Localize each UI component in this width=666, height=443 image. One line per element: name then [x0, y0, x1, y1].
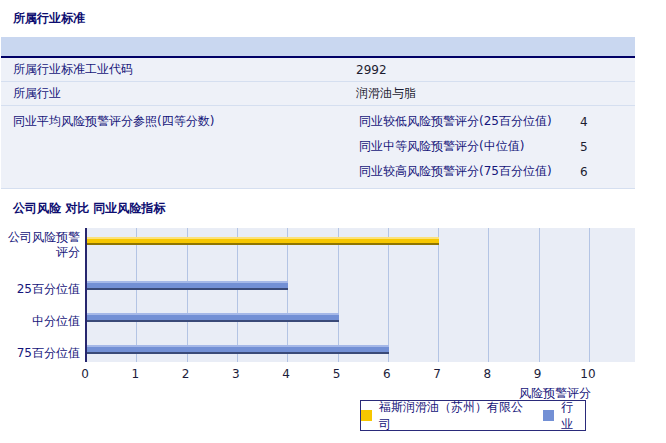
x-tick: 4	[266, 367, 306, 381]
x-tick: 3	[216, 367, 256, 381]
x-tick: 7	[417, 367, 457, 381]
company-swatch-icon	[361, 410, 372, 421]
x-tick: 5	[317, 367, 357, 381]
gridline	[539, 228, 540, 362]
category-label: 中分位值	[0, 314, 80, 329]
gridline	[136, 228, 137, 362]
x-tick: 0	[65, 367, 105, 381]
row-value: 润滑油与脂	[356, 85, 416, 102]
gridline	[589, 228, 590, 362]
legend-label: 福斯润滑油（苏州）有限公司	[379, 399, 534, 433]
subrow-label: 同业较高风险预警评分(75百分位值)	[356, 163, 580, 180]
chart-legend: 福斯润滑油（苏州）有限公司行业	[360, 400, 586, 431]
comparison-chart-title: 公司风险 对比 同业风险指标	[13, 200, 165, 217]
gridline	[287, 228, 288, 362]
table-row: 所属行业标准工业代码 2992	[1, 58, 635, 82]
bar-company-score	[87, 237, 439, 245]
bar-industry-75百分位值	[87, 345, 389, 354]
peer-score-subrows: 同业较低风险预警评分(25百分位值) 4 同业中等风险预警评分(中位值) 5 同…	[356, 106, 635, 188]
bar-industry-中分位值	[87, 313, 339, 322]
industry-swatch-icon	[543, 410, 554, 421]
x-tick: 1	[115, 367, 155, 381]
x-tick: 9	[518, 367, 558, 381]
gridline	[187, 228, 188, 362]
category-label: 75百分位值	[0, 346, 80, 361]
subrow-medium-risk: 同业中等风险预警评分(中位值) 5	[356, 134, 635, 159]
gridline	[388, 228, 389, 362]
industry-standard-section-title: 所属行业标准	[13, 10, 85, 27]
subrow-value: 5	[580, 140, 635, 154]
x-tick: 10	[568, 367, 608, 381]
bar-chart-plot-area	[85, 228, 635, 362]
table-row: 所属行业 润滑油与脂	[1, 82, 635, 106]
subrow-value: 6	[580, 165, 635, 179]
risk-report-page: 所属行业标准 所属行业标准工业代码 2992 所属行业 润滑油与脂 同业平均风险…	[0, 0, 666, 443]
row-label: 所属行业	[1, 85, 356, 102]
x-tick: 8	[467, 367, 507, 381]
gridline	[237, 228, 238, 362]
legend-label: 行业	[561, 399, 585, 433]
subrow-high-risk: 同业较高风险预警评分(75百分位值) 6	[356, 159, 635, 184]
table-header-bar	[1, 37, 635, 58]
category-label: 25百分位值	[0, 282, 80, 297]
row-value: 2992	[356, 63, 387, 77]
industry-standard-table: 所属行业标准工业代码 2992 所属行业 润滑油与脂 同业平均风险预警评分参照(…	[1, 37, 635, 189]
gridline	[338, 228, 339, 362]
legend-item-industry[interactable]: 行业	[543, 399, 585, 433]
subrow-value: 4	[580, 115, 635, 129]
legend-item-company[interactable]: 福斯润滑油（苏州）有限公司	[361, 399, 533, 433]
subrow-low-risk: 同业较低风险预警评分(25百分位值) 4	[356, 109, 635, 134]
gridline	[488, 228, 489, 362]
subrow-label: 同业较低风险预警评分(25百分位值)	[356, 113, 580, 130]
row-label: 所属行业标准工业代码	[1, 61, 356, 78]
x-tick: 2	[166, 367, 206, 381]
subrow-label: 同业中等风险预警评分(中位值)	[356, 138, 580, 155]
bar-industry-25百分位值	[87, 281, 288, 290]
row-label: 同业平均风险预警评分参照(四等分数)	[1, 106, 356, 130]
category-label: 公司风险预警评分	[0, 230, 80, 260]
table-row-peer-scores: 同业平均风险预警评分参照(四等分数) 同业较低风险预警评分(25百分位值) 4 …	[1, 106, 635, 189]
x-tick: 6	[367, 367, 407, 381]
gridline	[438, 228, 439, 362]
